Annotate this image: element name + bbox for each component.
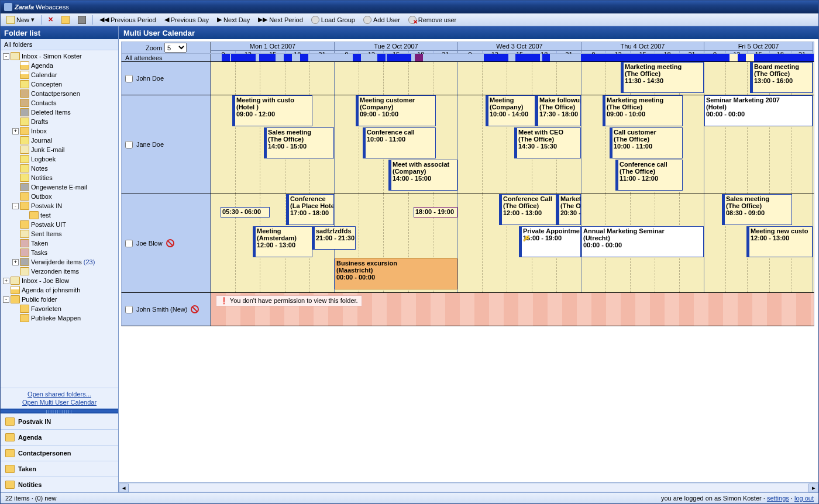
logout-link[interactable]: log out [794,495,814,502]
splitter-grip[interactable]: |||||||||||| [1,409,118,413]
calendar-event[interactable]: Meet with associat(Company)14:00 - 15:00 [388,160,457,191]
calendar-event[interactable]: Conference Call(The Office)12:00 - 13:00 [499,194,556,225]
tree-node[interactable]: Notes [1,164,118,173]
calendar-event[interactable]: Meeting with custo(Hotel )09:00 - 12:00 [232,95,312,126]
shortcut-item[interactable]: Taken [1,461,118,477]
calendar-event[interactable]: sadfzfzdfds21:00 - 21:30 [312,226,356,250]
folder-icon [20,248,29,257]
tree-node[interactable]: Contacts [1,98,118,108]
tree-node[interactable]: Logboek [1,154,118,164]
tree-node[interactable]: Notities [1,173,118,182]
tree-node[interactable]: -Inbox - Simon Koster [1,51,118,61]
tree-node[interactable]: -Postvak IN [1,201,118,210]
tree-node[interactable]: +Inbox [1,126,118,136]
load-group-button[interactable]: Load Group [308,15,359,25]
user-checkbox[interactable] [125,141,133,149]
calendar-event[interactable]: Marketing meeting(The Office)09:00 - 10:… [603,95,683,126]
shortcut-item[interactable]: Agenda [1,429,118,445]
calendar-event[interactable]: Sales meeting(The Office)14:00 - 15:00 [264,127,334,158]
next-period-button[interactable]: ▶▶Next Period [254,15,306,25]
settings-link[interactable]: settings [767,495,789,502]
calendar-event[interactable]: Call customer(The Office)10:00 - 11:00 [610,127,683,158]
open-multi-user-link[interactable]: Open Multi User Calendar [1,398,118,406]
tree-node[interactable]: Postvak UIT [1,220,118,229]
tree-label: Calendar [31,71,57,78]
tree-node[interactable]: Contactpersonen [1,89,118,98]
print-button[interactable] [74,15,90,25]
expand-icon[interactable]: - [3,53,9,60]
calendar-event[interactable]: Marketing meeting(The Office)11:30 - 14:… [621,62,704,93]
expand-icon[interactable]: - [3,296,9,303]
day-header: Wed 3 Oct 2007912151821 [458,42,581,53]
folder-tree[interactable]: -Inbox - Simon KosterAgendaCalendarConce… [1,50,118,388]
tree-node[interactable]: Drafts [1,117,118,126]
user-checkbox[interactable] [125,240,133,247]
expand-icon[interactable]: + [12,128,19,134]
tree-node[interactable]: Concepten [1,80,118,89]
all-folders[interactable]: All folders [1,39,118,50]
tree-node[interactable]: Calendar [1,70,118,80]
calendar-event[interactable]: 05:30 - 06:00 [221,207,270,218]
tree-node[interactable]: Publieke Mappen [1,313,118,323]
calendar-event[interactable]: Annual Marketing Seminar(Utrecht)00:00 -… [581,226,704,257]
tree-node[interactable]: Verzonden items [1,267,118,276]
expand-icon[interactable]: + [3,278,9,284]
calendar-event[interactable]: Meeting(Company)10:00 - 14:00 [486,95,535,126]
calendar-event[interactable]: Conference(La Place Hotel)17:00 - 18:00 [286,194,334,225]
calendar-event[interactable]: 🔑Private Appointme15:00 - 19:00 [519,226,581,257]
calendar-event[interactable]: Conference call10:00 - 11:00 [363,127,436,158]
tree-node[interactable]: Outbox [1,192,118,201]
shortcut-item[interactable]: Notities [1,477,118,492]
calendar-event[interactable]: Meeting new custo12:00 - 13:00 [746,226,813,257]
shortcut-icon [5,433,15,441]
tree-node[interactable]: Tasks [1,248,118,257]
calendar-event[interactable]: 18:00 - 19:00 [414,207,457,218]
calendar-event[interactable]: Marketing Meeting(The Office)20:30 - 21:… [556,194,581,225]
tree-node[interactable]: Journal [1,136,118,145]
shortcut-item[interactable]: Contactpersonen [1,445,118,461]
scroll-left-button[interactable]: ◂ [119,484,129,492]
scroll-right-button[interactable]: ▸ [808,484,818,492]
calendar-event[interactable]: Meeting customer(Company)09:00 - 10:00 [356,95,436,126]
shortcut-item[interactable]: Postvak IN [1,413,118,429]
open-shared-link[interactable]: Open shared folders... [1,390,118,398]
tree-node[interactable]: Sent Items [1,229,118,239]
remove-user-button[interactable]: ✕Remove user [405,15,460,25]
add-user-button[interactable]: Add User [360,15,404,25]
user-checkbox[interactable] [125,75,133,82]
tree-node[interactable]: Taken [1,239,118,248]
tree-node[interactable]: Agenda [1,61,118,70]
tree-node[interactable]: +Verwijderde items(23) [1,257,118,267]
expand-icon[interactable]: - [12,203,19,209]
calendar-event[interactable]: Conference call(The Office)11:00 - 12:00 [615,160,683,191]
tree-node[interactable]: -Public folder [1,295,118,304]
tree-node[interactable]: test [1,210,118,220]
expand-icon [12,63,19,69]
calendar-event[interactable]: Make followup call(The Office)17:30 - 18… [535,95,581,126]
calendar-event[interactable]: Sales meeting(The Office)08:30 - 09:00 [722,194,792,225]
copy-button[interactable] [58,15,73,25]
calendar-event[interactable]: Business excursion(Maastricht)00:00 - 00… [335,258,457,289]
calendar-event[interactable]: Board meeting(The Office)13:00 - 16:00 [750,62,813,93]
user-checkbox[interactable] [125,306,133,313]
tree-node[interactable]: Agenda of johnsmith [1,285,118,295]
prev-day-button[interactable]: ◀Previous Day [161,15,212,25]
expand-icon[interactable]: + [12,259,19,265]
expand-icon [12,194,19,200]
next-day-button[interactable]: ▶Next Day [214,15,253,25]
tree-node[interactable]: Ongewenste E-mail [1,182,118,192]
tree-node[interactable]: Junk E-mail [1,145,118,154]
horizontal-scrollbar[interactable]: ◂ ▸ [119,482,818,492]
tree-node[interactable]: +Inbox - Joe Blow [1,276,118,285]
prev-period-button[interactable]: ◀◀Previous Period [96,15,160,25]
calendar-event[interactable]: Meet with CEO(The Office)14:30 - 15:30 [514,127,581,158]
tree-node[interactable]: Favorieten [1,304,118,313]
tree-label: Inbox - Simon Koster [22,53,82,60]
delete-button[interactable]: ✕ [44,15,57,25]
folder-icon [20,108,29,116]
calendar-event[interactable]: Seminar Marketing 2007(Hotel)00:00 - 00:… [704,95,813,126]
new-button[interactable]: New ▾ [3,15,38,25]
tree-node[interactable]: Deleted Items [1,108,118,117]
calendar-event[interactable]: Meeting(Amsterdam)12:00 - 13:00 [253,226,312,257]
zoom-select[interactable]: 5 [164,43,187,53]
